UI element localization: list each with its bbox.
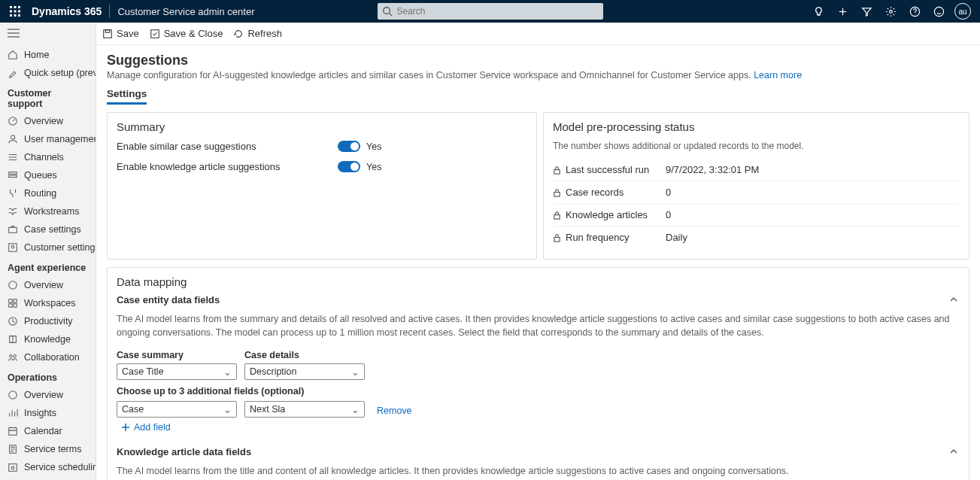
sidebar-group-customer-support: Customer support — [0, 82, 96, 112]
data-mapping-heading: Data mapping — [117, 275, 960, 288]
sidebar-item-collaboration[interactable]: Collaboration — [0, 348, 96, 366]
lock-icon — [553, 211, 561, 219]
search-input[interactable] — [378, 3, 603, 20]
sidebar-item-workspaces[interactable]: Workspaces — [0, 294, 96, 312]
search-wrapper — [378, 3, 603, 20]
add-field-button[interactable]: Add field — [121, 422, 960, 433]
avatar-initials: au — [958, 8, 966, 16]
sidebar-item-workstreams[interactable]: Workstreams — [0, 202, 96, 220]
sidebar-item-overview-op[interactable]: Overview — [0, 386, 96, 404]
toggle-knowledge-label: Enable knowledge article suggestions — [117, 161, 312, 172]
sidebar-item-customer-settings[interactable]: Customer settings — [0, 238, 96, 257]
status-value: Daily — [666, 232, 687, 243]
page-description-text: Manage configuration for AI-suggested kn… — [107, 70, 751, 81]
sidebar-item-channels[interactable]: Channels — [0, 148, 96, 166]
sidebar-item-miscellaneous[interactable]: Miscellaneous — [0, 476, 96, 480]
sidebar-item-label: User management — [24, 134, 96, 144]
sidebar-item-overview-ae[interactable]: Overview — [0, 276, 96, 294]
case-entity-header[interactable]: Case entity data fields — [117, 294, 960, 305]
sidebar-item-service-terms[interactable]: Service terms — [0, 440, 96, 458]
chevron-up-icon — [949, 447, 960, 457]
command-bar: Save Save & Close Refresh — [96, 23, 980, 45]
remove-field-link[interactable]: Remove — [377, 406, 412, 418]
svg-point-34 — [9, 391, 17, 399]
sidebar-item-label: Productivity — [24, 316, 73, 327]
refresh-button[interactable]: Refresh — [233, 28, 282, 39]
sidebar-item-calendar[interactable]: Calendar — [0, 422, 96, 440]
save-button[interactable]: Save — [102, 28, 139, 39]
case-summary-select[interactable]: Case Title ⌄ — [117, 363, 237, 380]
sidebar-item-label: Routing — [24, 188, 56, 199]
sidebar-item-insights[interactable]: Insights — [0, 404, 96, 422]
sidebar-item-label: Case settings — [24, 224, 81, 235]
case-entity-body: The AI model learns from the summary and… — [117, 313, 960, 433]
additional-field-1-value: Case — [122, 404, 144, 415]
channels-icon — [8, 152, 18, 163]
svg-rect-30 — [14, 304, 17, 307]
toggle-similar[interactable] — [338, 141, 360, 152]
svg-rect-6 — [10, 14, 12, 17]
tab-settings[interactable]: Settings — [107, 88, 147, 105]
avatar[interactable]: au — [951, 0, 974, 23]
case-details-select[interactable]: Description ⌄ — [244, 363, 365, 380]
help-icon[interactable] — [903, 0, 926, 23]
overview-icon — [8, 280, 18, 290]
sidebar-item-label: Overview — [24, 280, 63, 290]
status-label: Last successful run — [566, 164, 649, 175]
app-launcher-icon[interactable] — [6, 2, 24, 20]
plus-icon[interactable] — [831, 0, 854, 23]
sidebar-item-service-scheduling[interactable]: Service scheduling — [0, 458, 96, 476]
svg-rect-35 — [9, 428, 17, 436]
knowledge-icon — [8, 334, 18, 345]
hamburger-icon[interactable] — [0, 23, 96, 46]
insights-icon — [8, 408, 18, 418]
article-entity-header[interactable]: Knowledge article data fields — [117, 446, 960, 457]
status-row-case-records: Case records 0 — [553, 181, 960, 204]
status-value: 0 — [666, 187, 671, 198]
sidebar-item-case-settings[interactable]: Case settings — [0, 220, 96, 238]
collaboration-icon — [8, 352, 18, 363]
toggle-similar-label: Enable similar case suggestions — [117, 141, 312, 152]
sidebar-item-queues[interactable]: Queues — [0, 166, 96, 184]
sidebar-item-user-management[interactable]: User management — [0, 130, 96, 148]
svg-point-20 — [11, 135, 14, 139]
svg-point-13 — [889, 10, 892, 13]
svg-rect-42 — [150, 29, 159, 38]
sidebar-item-overview-cs[interactable]: Overview — [0, 112, 96, 130]
sidebar-item-productivity[interactable]: Productivity — [0, 312, 96, 330]
filter-icon[interactable] — [855, 0, 878, 23]
sidebar-group-agent-experience: Agent experience — [0, 257, 96, 276]
svg-point-9 — [383, 7, 390, 14]
sidebar-item-label: Channels — [24, 152, 64, 163]
svg-rect-24 — [9, 244, 17, 252]
settings-icon[interactable] — [879, 0, 902, 23]
additional-field-1-select[interactable]: Case ⌄ — [117, 401, 237, 418]
sidebar-item-label: Calendar — [24, 426, 62, 436]
rocket-icon — [8, 68, 18, 78]
status-label: Case records — [566, 187, 623, 198]
sidebar-item-knowledge[interactable]: Knowledge — [0, 330, 96, 348]
brand-name: Dynamics 365 — [32, 5, 102, 17]
sidebar-item-home[interactable]: Home — [0, 46, 96, 64]
additional-field-2-select[interactable]: Next Sla ⌄ — [244, 401, 365, 418]
lightbulb-icon[interactable] — [807, 0, 830, 23]
chevron-up-icon — [949, 295, 960, 305]
routing-icon — [8, 188, 18, 199]
top-icons: au — [807, 0, 974, 23]
save-close-button[interactable]: Save & Close — [150, 28, 223, 39]
sidebar-item-quick-setup[interactable]: Quick setup (previ... — [0, 64, 96, 82]
toggle-knowledge[interactable] — [338, 161, 360, 172]
sidebar-item-label: Workspaces — [24, 298, 76, 308]
sidebar-group-operations: Operations — [0, 366, 96, 386]
sidebar-item-routing[interactable]: Routing — [0, 184, 96, 202]
toggle-similar-state: Yes — [366, 141, 381, 152]
chevron-down-icon: ⌄ — [223, 404, 232, 415]
feedback-icon[interactable] — [927, 0, 950, 23]
status-value: 9/7/2022, 3:32:01 PM — [666, 164, 759, 175]
svg-point-33 — [14, 355, 17, 358]
customer-icon — [8, 242, 18, 253]
case-summary-label: Case summary — [117, 350, 237, 360]
learn-more-link[interactable]: Learn more — [754, 70, 802, 81]
topbar: Dynamics 365 Customer Service admin cent… — [0, 0, 980, 23]
svg-rect-7 — [14, 14, 17, 17]
